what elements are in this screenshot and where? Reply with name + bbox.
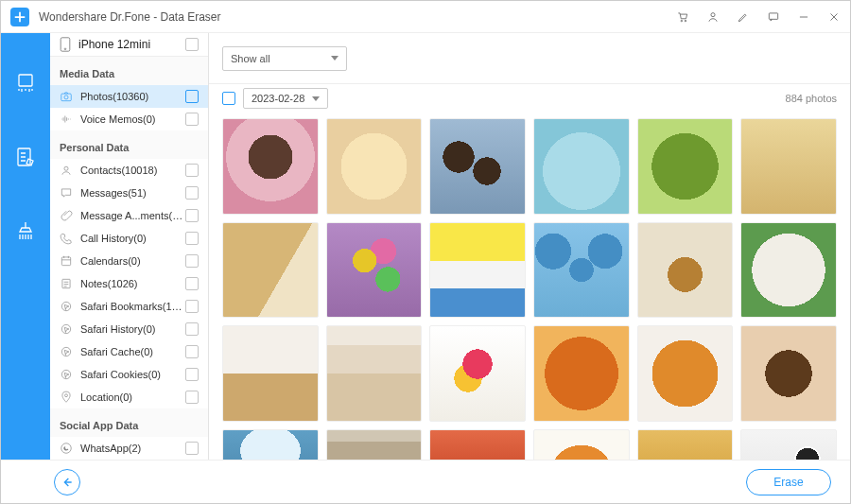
eraser-rail-icon[interactable] — [13, 71, 38, 96]
device-checkbox[interactable] — [185, 38, 199, 51]
sidebar-item-label: Message A...ments(34) — [80, 210, 185, 221]
data-rail-icon[interactable] — [13, 145, 38, 169]
waveform-icon — [60, 113, 73, 126]
cookie-icon — [60, 368, 73, 381]
content-toolbar: Show all — [209, 33, 850, 84]
sidebar-item[interactable]: Messages(51) — [50, 182, 208, 204]
photo-scroll-area[interactable]: 2023-02-28 884 photos — [209, 84, 850, 460]
history-icon — [60, 322, 73, 336]
edit-icon[interactable] — [737, 10, 750, 24]
left-rail — [1, 33, 50, 460]
photo-thumbnail[interactable] — [637, 222, 734, 319]
svg-point-7 — [64, 48, 66, 50]
minimize-icon[interactable] — [797, 10, 810, 24]
photo-thumbnail[interactable] — [637, 325, 734, 422]
sidebar-item-label: Safari Bookmarks(1347) — [80, 301, 185, 312]
sidebar-item-checkbox[interactable] — [185, 368, 199, 381]
photo-thumbnail[interactable] — [533, 118, 630, 215]
sidebar-item[interactable]: Notes(1026) — [50, 272, 208, 295]
sidebar-item-checkbox[interactable] — [185, 209, 199, 222]
photo-thumbnail[interactable] — [222, 325, 319, 422]
sidebar-item[interactable]: Safari Cache(0) — [50, 340, 208, 363]
photo-thumbnail[interactable] — [533, 325, 630, 422]
photo-thumbnail[interactable] — [429, 429, 526, 460]
erase-button[interactable]: Erase — [746, 469, 831, 495]
filter-select[interactable]: Show all — [222, 46, 347, 71]
date-group-checkbox[interactable] — [222, 92, 235, 105]
sidebar-item-checkbox[interactable] — [185, 90, 199, 103]
sidebar-item[interactable]: Call History(0) — [50, 227, 208, 250]
photo-thumbnail[interactable] — [429, 325, 526, 422]
account-icon[interactable] — [706, 10, 720, 24]
photo-thumbnail[interactable] — [533, 222, 630, 319]
sidebar-item[interactable]: Photos(10360) — [50, 85, 208, 108]
sidebar-item-checkbox[interactable] — [185, 391, 199, 404]
phone-icon — [60, 232, 73, 245]
sidebar-item[interactable]: Location(0) — [50, 386, 208, 408]
sidebar-item-label: Voice Memos(0) — [80, 113, 155, 125]
photo-thumbnail[interactable] — [326, 429, 423, 460]
sidebar-item-checkbox[interactable] — [185, 164, 199, 177]
photo-thumbnail[interactable] — [740, 118, 837, 215]
device-row[interactable]: iPhone 12mini — [50, 33, 208, 57]
sidebar-item-checkbox[interactable] — [185, 322, 199, 336]
camera-icon — [60, 90, 73, 103]
note-icon — [60, 277, 73, 290]
sidebar-item[interactable]: WhatsApp(2) — [50, 437, 208, 460]
sidebar-item[interactable]: Voice Memos(0) — [50, 108, 208, 130]
photo-thumbnail[interactable] — [222, 222, 319, 319]
date-select[interactable]: 2023-02-28 — [243, 88, 328, 109]
photo-thumbnail[interactable] — [637, 118, 734, 215]
sidebar-item-label: Location(0) — [80, 391, 132, 403]
sidebar-item[interactable]: Safari Bookmarks(1347) — [50, 295, 208, 318]
svg-rect-8 — [61, 94, 72, 101]
svg-rect-4 — [19, 75, 32, 86]
sidebar-item-checkbox[interactable] — [185, 254, 199, 268]
cleanup-rail-icon[interactable] — [13, 218, 38, 243]
sidebar-item[interactable]: Safari Cookies(0) — [50, 363, 208, 386]
sidebar-item-label: Safari Cache(0) — [80, 346, 153, 357]
svg-point-18 — [61, 443, 72, 454]
photo-thumbnail[interactable] — [740, 325, 837, 422]
photo-thumbnail[interactable] — [326, 222, 423, 319]
contact-icon — [60, 164, 73, 177]
sidebar-item[interactable]: Contacts(10018) — [50, 159, 208, 182]
sidebar-item-checkbox[interactable] — [185, 442, 199, 455]
photo-thumbnail[interactable] — [740, 429, 837, 460]
feedback-icon[interactable] — [767, 10, 780, 24]
sidebar-item[interactable]: Message A...ments(34) — [50, 204, 208, 227]
phone-icon — [60, 37, 71, 52]
bookmark-icon — [60, 300, 73, 313]
sidebar-item[interactable]: Safari History(0) — [50, 318, 208, 340]
close-icon[interactable] — [827, 10, 841, 24]
location-icon — [60, 391, 73, 404]
photo-thumbnail[interactable] — [637, 429, 734, 460]
message-icon — [60, 186, 73, 200]
cache-icon — [60, 345, 73, 358]
app-title: Wondershare Dr.Fone - Data Eraser — [39, 10, 676, 24]
sidebar-item-checkbox[interactable] — [185, 113, 199, 126]
sidebar-section-header: Media Data — [50, 57, 208, 85]
photo-thumbnail[interactable] — [222, 118, 319, 215]
sidebar-item[interactable]: Calendars(0) — [50, 250, 208, 272]
chevron-down-icon — [312, 96, 320, 101]
photo-thumbnail[interactable] — [533, 429, 630, 460]
photo-thumbnail[interactable] — [429, 222, 526, 319]
photo-thumbnail[interactable] — [326, 118, 423, 215]
photo-thumbnail[interactable] — [326, 325, 423, 422]
sidebar-item-checkbox[interactable] — [185, 232, 199, 245]
back-button[interactable] — [54, 469, 80, 495]
sidebar-item-checkbox[interactable] — [185, 300, 199, 313]
date-group-header: 2023-02-28 884 photos — [222, 84, 837, 113]
photo-thumbnail[interactable] — [429, 118, 526, 215]
sidebar-item-checkbox[interactable] — [185, 277, 199, 290]
sidebar-item-label: Calendars(0) — [80, 255, 141, 267]
date-value: 2023-02-28 — [252, 93, 304, 104]
device-name: iPhone 12mini — [78, 38, 150, 51]
cart-icon[interactable] — [676, 10, 689, 24]
svg-point-10 — [64, 166, 68, 170]
photo-thumbnail[interactable] — [740, 222, 837, 319]
photo-thumbnail[interactable] — [222, 429, 319, 460]
sidebar-item-checkbox[interactable] — [185, 345, 199, 358]
sidebar-item-checkbox[interactable] — [185, 186, 199, 200]
